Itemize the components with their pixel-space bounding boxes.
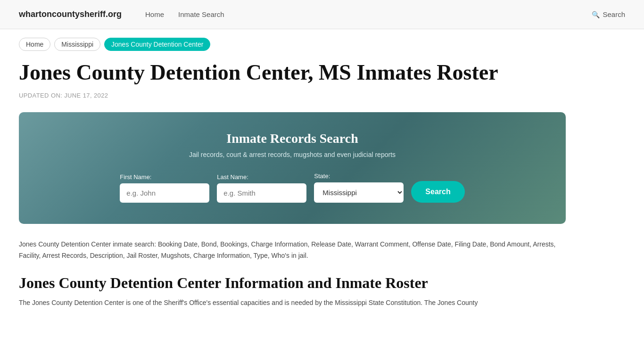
search-icon: 🔍 bbox=[592, 11, 600, 18]
nav-link-inmate-search[interactable]: Inmate Search bbox=[178, 10, 224, 18]
nav-search-label: Search bbox=[603, 10, 625, 18]
description-text: Jones County Detention Center inmate sea… bbox=[19, 239, 566, 262]
search-button[interactable]: Search bbox=[411, 181, 464, 203]
last-name-input[interactable] bbox=[217, 183, 306, 203]
updated-label: UPDATED ON: JUNE 17, 2022 bbox=[19, 92, 594, 99]
state-group: State: AlabamaAlaskaArizonaArkansasCalif… bbox=[314, 173, 404, 203]
last-name-label: Last Name: bbox=[217, 173, 306, 181]
nav-search-button[interactable]: 🔍 Search bbox=[592, 10, 625, 18]
breadcrumb-home[interactable]: Home bbox=[19, 38, 50, 51]
bottom-text: The Jones County Detention Center is one… bbox=[19, 297, 566, 309]
nav-link-home[interactable]: Home bbox=[145, 10, 164, 18]
widget-subtitle: Jail records, court & arrest records, mu… bbox=[42, 151, 542, 158]
inmate-search-widget: Inmate Records Search Jail records, cour… bbox=[19, 112, 566, 224]
breadcrumb: Home Mississippi Jones County Detention … bbox=[0, 29, 644, 56]
first-name-input[interactable] bbox=[120, 183, 209, 203]
first-name-group: First Name: bbox=[120, 173, 209, 203]
state-label: State: bbox=[314, 173, 404, 180]
top-nav: whartoncountysheriff.org Home Inmate Sea… bbox=[0, 0, 644, 29]
page-title: Jones County Detention Center, MS Inmate… bbox=[19, 60, 594, 85]
widget-form: First Name: Last Name: State: AlabamaAla… bbox=[42, 173, 542, 203]
state-select[interactable]: AlabamaAlaskaArizonaArkansasCaliforniaCo… bbox=[314, 182, 404, 203]
widget-title: Inmate Records Search bbox=[42, 131, 542, 146]
last-name-group: Last Name: bbox=[217, 173, 306, 203]
breadcrumb-jones-county[interactable]: Jones County Detention Center bbox=[104, 38, 210, 51]
first-name-label: First Name: bbox=[120, 173, 209, 181]
nav-brand[interactable]: whartoncountysheriff.org bbox=[19, 9, 122, 19]
main-content: Jones County Detention Center, MS Inmate… bbox=[0, 56, 613, 323]
breadcrumb-mississippi[interactable]: Mississippi bbox=[54, 38, 100, 51]
section-heading: Jones County Detention Center Informatio… bbox=[19, 274, 566, 292]
bottom-text-content: The Jones County Detention Center is one… bbox=[19, 299, 478, 306]
nav-links: Home Inmate Search bbox=[145, 10, 573, 18]
